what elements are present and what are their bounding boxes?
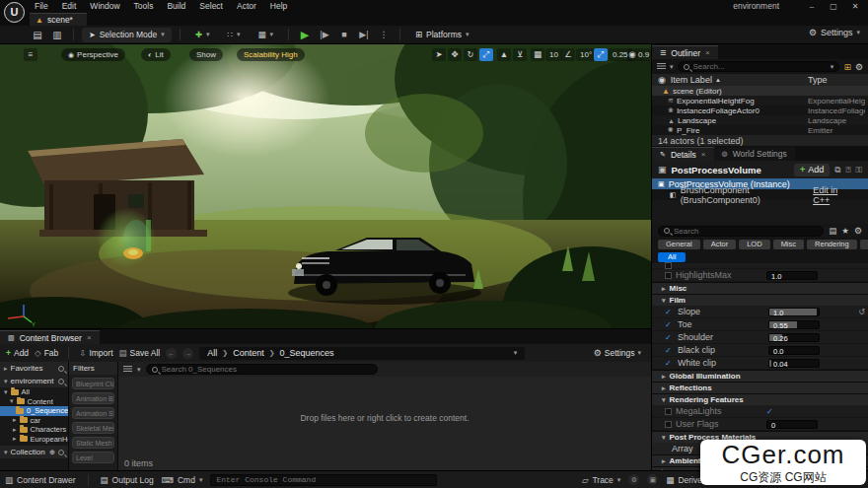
scene-tab[interactable]: ▲ scene* (30, 13, 87, 26)
category-general[interactable]: General (658, 240, 700, 249)
filter-chip-blueprint[interactable]: Blueprint Cla (72, 378, 114, 389)
close-icon[interactable]: × (705, 48, 710, 57)
restore-button[interactable]: ▢ (823, 0, 844, 13)
rotation-snap-icon[interactable]: ∠ (561, 48, 575, 61)
browse-content-icon[interactable]: ▥ (49, 28, 65, 42)
menu-select[interactable]: Select (192, 0, 230, 13)
menu-file[interactable]: File (28, 0, 55, 13)
section-global-illumination[interactable]: ▸Global Illumination (652, 370, 868, 382)
show-dropdown[interactable]: Show (189, 48, 223, 61)
search-icon[interactable] (58, 366, 64, 372)
cb-search[interactable] (146, 364, 378, 375)
scale-tool-icon[interactable]: ⤢ (479, 48, 493, 61)
tab-details[interactable]: ✎ Details × (652, 147, 714, 161)
outliner-row[interactable]: ▲scene (Editor) (652, 86, 868, 96)
tab-outliner[interactable]: ☰ Outliner × (652, 45, 718, 59)
menu-help[interactable]: Help (263, 0, 294, 13)
cb-fab-button[interactable]: ◇Fab (35, 348, 58, 358)
add-actor-dropdown[interactable]: ✚▾ (188, 28, 217, 42)
blueprint-convert-icon[interactable]: ⧉ (834, 165, 840, 175)
selection-mode-dropdown[interactable]: ➤ Selection Mode ▾ (82, 28, 172, 42)
folder-circle-icon[interactable]: ▣ (647, 474, 658, 485)
category-lod[interactable]: LOD (739, 240, 769, 249)
details-search[interactable] (658, 226, 824, 237)
world-local-toggle-icon[interactable]: ▲ (497, 48, 511, 61)
output-log-button[interactable]: ▤ Output Log (101, 475, 154, 485)
property-row-megalights[interactable]: MegaLights ✓ (652, 405, 868, 418)
search-icon[interactable] (58, 379, 64, 384)
content-drawer-button[interactable]: ▥ Content Drawer (5, 475, 76, 485)
category-actor[interactable]: Actor (703, 240, 737, 249)
menu-actor[interactable]: Actor (230, 0, 263, 13)
eye-icon[interactable]: ◉ (658, 75, 666, 85)
display-filter-icon[interactable]: ▤ (829, 226, 836, 236)
outliner-search[interactable]: ▾ (678, 61, 840, 72)
filter-chip-anim-bp[interactable]: Animation Bl (72, 392, 114, 404)
property-row-shoulder[interactable]: ✓ Shoulder 0.26 (652, 331, 868, 344)
category-rendering[interactable]: Rendering (807, 240, 857, 249)
filter-chip-level[interactable]: Level (72, 452, 114, 463)
outliner-settings-icon[interactable]: ⚙ (855, 62, 863, 72)
section-reflections[interactable]: ▸Reflections (652, 382, 868, 393)
value-checkbox-checked[interactable]: ✓ (766, 407, 775, 416)
checkbox-unchecked[interactable] (665, 408, 672, 415)
tree-item-characters[interactable]: ▸ Characters (0, 425, 68, 435)
3d-viewport[interactable]: ≡ ◉ Perspective ◐ Lit Show Scalability H… (0, 44, 651, 328)
surface-snap-icon[interactable]: ⊻ (513, 48, 527, 61)
trace-dropdown[interactable]: ▱ Trace▾ (582, 475, 620, 485)
tree-item-car[interactable]: ▸ car (0, 416, 68, 426)
lock-icon[interactable]: ⚿ (856, 165, 862, 175)
breadcrumb-sequences[interactable]: 0_Sequences (280, 348, 334, 358)
tree-item-all[interactable]: ▾ All (0, 387, 68, 397)
blueprints-dropdown[interactable]: ∷▾ (220, 28, 247, 42)
outliner-row[interactable]: ≋ ExponentialHeightFogExponentialHeightF… (652, 96, 868, 105)
cb-settings-dropdown[interactable]: ⚙ Settings▾ (594, 348, 645, 358)
perspective-dropdown[interactable]: ◉ Perspective (61, 48, 125, 61)
cb-save-all-button[interactable]: ▤Save All (119, 348, 161, 358)
tree-item-european[interactable]: ▸ EuropeanHor (0, 435, 68, 445)
favorites-star-icon[interactable]: ★ (841, 226, 849, 236)
source-header[interactable]: ▾environment (0, 375, 68, 387)
property-row-slope[interactable]: ✓ Slope 1.0 ↺ (652, 306, 868, 318)
section-film[interactable]: ▾Film (652, 294, 868, 306)
close-icon[interactable]: × (701, 150, 706, 159)
category-all[interactable]: All (658, 252, 686, 262)
category-streaming[interactable]: Streaming (860, 240, 868, 249)
checkbox-unchecked[interactable] (665, 421, 672, 428)
filter-icon[interactable] (657, 63, 666, 70)
skip-frame-button[interactable]: |▶ (317, 28, 332, 42)
save-icon[interactable]: ▤ (30, 28, 45, 42)
filter-icon[interactable] (123, 366, 132, 373)
breadcrumb-content[interactable]: Content (233, 348, 264, 358)
outliner-column-header[interactable]: ◉ Item Label ▲ Type (652, 74, 868, 86)
forward-icon[interactable]: → (182, 348, 193, 359)
edit-in-cpp-link[interactable]: Edit in C++ (813, 185, 850, 205)
tree-item-content[interactable]: ▾ Content (0, 397, 68, 407)
help-icon[interactable]: ⍰ (845, 165, 850, 175)
toolbar-settings-dropdown[interactable]: ⚙ Settings ▾ (809, 28, 860, 37)
add-component-button[interactable]: +Add (794, 164, 830, 176)
property-row-user-flags[interactable]: User Flags 0 (652, 418, 868, 431)
menu-edit[interactable]: Edit (55, 0, 84, 13)
back-icon[interactable]: ← (166, 348, 177, 359)
stop-button[interactable]: ■ (336, 28, 352, 42)
select-tool-icon[interactable]: ➤ (432, 48, 446, 61)
add-folder-icon[interactable]: ⊞ (843, 62, 851, 72)
details-search-input[interactable] (674, 227, 818, 236)
favorites-header[interactable]: ▸Favorites (0, 362, 68, 375)
details-settings-icon[interactable]: ⚙ (854, 226, 862, 236)
tree-item-sequences[interactable]: 0_Sequence (0, 406, 68, 416)
close-button[interactable]: ✕ (844, 0, 866, 13)
breadcrumb-all[interactable]: All (207, 348, 217, 358)
property-row-highlightsmax[interactable]: HighlightsMax 1.0 (652, 269, 868, 282)
checkbox-unchecked[interactable] (665, 272, 672, 279)
tab-world-settings[interactable]: ◍ World Settings (714, 147, 795, 161)
component-row-brush[interactable]: ◧ BrushComponent (BrushComponent0) Edit … (652, 189, 868, 200)
section-rendering-features[interactable]: ▾Rendering Features (652, 393, 868, 405)
property-row-black-clip[interactable]: ✓ Black clip 0.0 (652, 344, 868, 357)
cb-add-button[interactable]: +Add (6, 348, 29, 358)
category-misc[interactable]: Misc (773, 240, 804, 249)
filter-chip-static[interactable]: Static Mesh (72, 437, 114, 449)
grid-snap-value[interactable]: 10 (545, 48, 562, 61)
eject-button[interactable]: ▶| (356, 28, 372, 42)
